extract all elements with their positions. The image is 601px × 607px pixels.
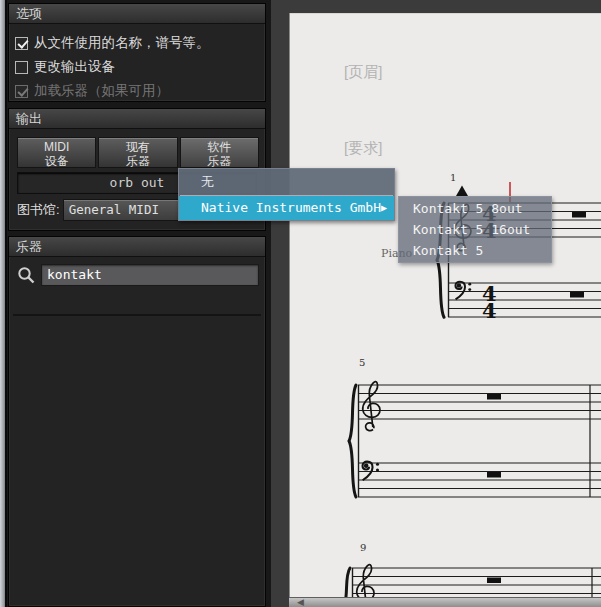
submenu-item-kontakt5-8out[interactable]: Kontakt 5 8out bbox=[399, 198, 551, 219]
library-label: 图书馆: bbox=[17, 201, 60, 219]
checkbox-label: 更改输出设备 bbox=[34, 58, 115, 76]
output-panel-title: 输出 bbox=[9, 109, 265, 129]
checkbox-load-instruments: 加载乐器（如果可用） bbox=[9, 79, 265, 103]
instruments-panel: 乐器 kontakt ▶Default Track (Multi-timbral… bbox=[8, 236, 266, 607]
checkbox-icon[interactable] bbox=[15, 37, 28, 50]
list-item-default-track[interactable]: ▶Default Track (Multi-timbral) bbox=[14, 315, 260, 316]
checkbox-icon bbox=[15, 85, 28, 98]
instrument-list: ▶Default Track (Multi-timbral) ▶Woodwind… bbox=[13, 314, 261, 316]
checkbox-label: 从文件使用的名称，谱号等。 bbox=[34, 34, 210, 52]
search-icon bbox=[17, 266, 36, 285]
checkbox-use-names-from-file[interactable]: 从文件使用的名称，谱号等。 bbox=[9, 31, 265, 55]
tab-existing-instrument[interactable]: 现有 乐器 bbox=[98, 137, 177, 168]
score-page bbox=[289, 13, 601, 597]
score-horizontal-scrollbar[interactable]: ◀ bbox=[289, 597, 601, 607]
instrument-search-input[interactable]: kontakt bbox=[41, 264, 259, 286]
tab-software-instrument[interactable]: 软件 乐器 bbox=[180, 137, 259, 168]
instrument-setup-window: [页眉] [要求] 1 bbox=[0, 0, 601, 607]
scroll-left-arrow-icon[interactable]: ◀ bbox=[297, 597, 304, 607]
tab-midi-device[interactable]: MIDI 设备 bbox=[17, 137, 96, 168]
window-edge-scrollbar[interactable] bbox=[0, 0, 7, 607]
instruments-panel-title: 乐器 bbox=[9, 237, 265, 257]
menu-item-none[interactable]: 无 bbox=[179, 169, 394, 195]
checkbox-icon[interactable] bbox=[15, 61, 28, 74]
kontakt-submenu: Kontakt 5 8out Kontakt 5 16out Kontakt 5 bbox=[398, 196, 552, 263]
checkbox-change-output-device[interactable]: 更改输出设备 bbox=[9, 55, 265, 79]
submenu-arrow-icon: ▶ bbox=[381, 196, 387, 220]
output-type-tabs: MIDI 设备 现有 乐器 软件 乐器 bbox=[9, 129, 265, 168]
submenu-item-kontakt5[interactable]: Kontakt 5 bbox=[399, 240, 551, 261]
menu-item-native-instruments[interactable]: Native Instruments GmbH ▶ bbox=[179, 196, 394, 220]
checkbox-label: 加载乐器（如果可用） bbox=[34, 82, 169, 100]
options-panel: 选项 从文件使用的名称，谱号等。 更改输出设备 加载乐器（如果可用） bbox=[8, 3, 266, 102]
submenu-item-kontakt5-16out[interactable]: Kontakt 5 16out bbox=[399, 219, 551, 240]
options-panel-title: 选项 bbox=[9, 4, 265, 24]
software-instrument-menu: 无 Native Instruments GmbH ▶ bbox=[178, 168, 395, 221]
